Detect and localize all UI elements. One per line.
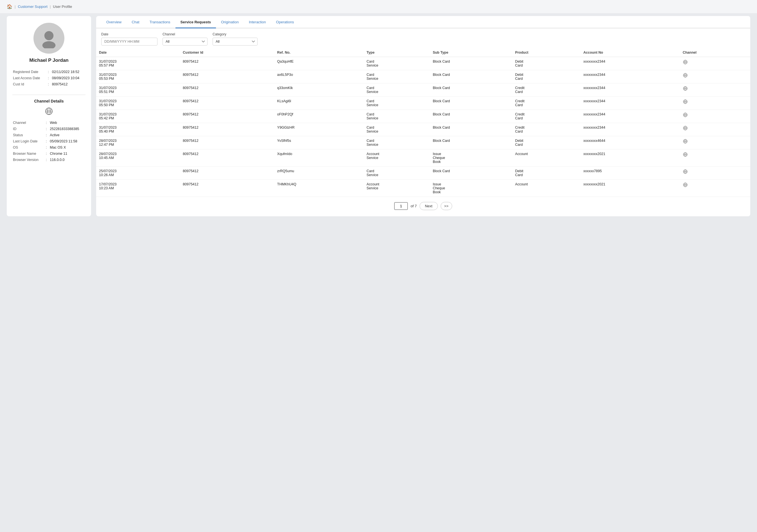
cell-4-5: Credit Card bbox=[512, 110, 581, 123]
svg-point-0 bbox=[45, 31, 53, 40]
cell-8-1: 80975412 bbox=[180, 167, 274, 180]
cell-4-2: oF0hP2Qf bbox=[274, 110, 364, 123]
cell-2-3: Card Service bbox=[364, 83, 430, 97]
channel-label: Channel bbox=[13, 120, 44, 126]
cell-0-4: Block Card bbox=[430, 57, 512, 70]
channel-details-title: Channel Details bbox=[13, 99, 85, 103]
cell-9-2: THMKhU4Q bbox=[274, 180, 364, 197]
channel-globe-cell[interactable] bbox=[680, 110, 750, 123]
cell-6-6: xxxxxxxx4644 bbox=[581, 136, 680, 150]
tab-chat[interactable]: Chat bbox=[127, 16, 144, 28]
col-type: Type bbox=[364, 48, 430, 57]
channel-globe-cell[interactable] bbox=[680, 123, 750, 136]
table-row: 28/07/2023 12:47 PM80975412YvSfhf5sCard … bbox=[96, 136, 750, 150]
cell-8-3: Card Service bbox=[364, 167, 430, 180]
cell-8-0: 25/07/2023 10:26 AM bbox=[96, 167, 180, 180]
col-product: Product bbox=[512, 48, 581, 57]
channel-globe-cell[interactable] bbox=[680, 136, 750, 150]
channel-globe-cell[interactable] bbox=[680, 70, 750, 83]
cell-7-4: Issue Cheque Book bbox=[430, 150, 512, 167]
cell-9-4: Issue Cheque Book bbox=[430, 180, 512, 197]
cell-6-4: Block Card bbox=[430, 136, 512, 150]
tab-operations[interactable]: Operations bbox=[271, 16, 299, 28]
cell-4-3: Card Service bbox=[364, 110, 430, 123]
browser-name-value: Chrome 11 bbox=[49, 151, 85, 157]
cell-0-1: 80975412 bbox=[180, 57, 274, 70]
cust-id-value: 80975412 bbox=[51, 81, 85, 87]
cell-9-5: Account bbox=[512, 180, 581, 197]
cell-4-6: xxxxxxxx2344 bbox=[581, 110, 680, 123]
next-button[interactable]: Next bbox=[420, 202, 438, 210]
last-access-label: Last Access Date bbox=[13, 75, 46, 81]
cell-6-3: Card Service bbox=[364, 136, 430, 150]
last-login-value: 05/09/2023 11:58 bbox=[49, 138, 85, 144]
cell-2-1: 80975412 bbox=[180, 83, 274, 97]
cell-1-6: xxxxxxxx2344 bbox=[581, 70, 680, 83]
cell-6-5: Debit Card bbox=[512, 136, 581, 150]
tab-interaction[interactable]: Interaction bbox=[244, 16, 271, 28]
table-row: 31/07/2023 05:53 PM80975412ax6L5P3oCard … bbox=[96, 70, 750, 83]
status-label: Status bbox=[13, 132, 44, 138]
channel-id-value: 252281833388385 bbox=[49, 126, 85, 132]
breadcrumb-customer-support[interactable]: Customer Support bbox=[18, 5, 47, 9]
browser-version-label: Browser Version bbox=[13, 157, 44, 163]
cell-7-2: XqufmIdo bbox=[274, 150, 364, 167]
home-icon[interactable]: 🏠 bbox=[7, 4, 13, 9]
channel-globe-cell[interactable] bbox=[680, 150, 750, 167]
page-number-input[interactable] bbox=[394, 202, 408, 210]
cell-8-2: zrRQ5umu bbox=[274, 167, 364, 180]
cell-1-4: Block Card bbox=[430, 70, 512, 83]
browser-name-label: Browser Name bbox=[13, 151, 44, 157]
cell-1-5: Debit Card bbox=[512, 70, 581, 83]
page-of-label: of 7 bbox=[410, 204, 417, 208]
tab-origination[interactable]: Origination bbox=[216, 16, 244, 28]
cell-8-5: Debit Card bbox=[512, 167, 581, 180]
cell-4-0: 31/07/2023 05:42 PM bbox=[96, 110, 180, 123]
cell-2-6: xxxxxxxx2344 bbox=[581, 83, 680, 97]
user-info-table: Registered Date : 02/11/2022 18:52 Last … bbox=[13, 69, 85, 87]
browser-version-value: 116.0.0.0 bbox=[49, 157, 85, 163]
tab-transactions[interactable]: Transactions bbox=[144, 16, 175, 28]
table-row: 25/07/2023 10:26 AM80975412zrRQ5umuCard … bbox=[96, 167, 750, 180]
col-ref-no: Ref. No. bbox=[274, 48, 364, 57]
cell-5-6: xxxxxxxx2344 bbox=[581, 123, 680, 136]
channel-globe-cell[interactable] bbox=[680, 83, 750, 97]
breadcrumb: 🏠 | Customer Support | User Profile bbox=[0, 0, 757, 13]
cell-3-0: 31/07/2023 05:50 PM bbox=[96, 97, 180, 110]
channel-globe-cell[interactable] bbox=[680, 167, 750, 180]
cell-7-3: Account Service bbox=[364, 150, 430, 167]
last-access-value: 08/09/2023 10:04 bbox=[51, 75, 85, 81]
category-filter-select[interactable]: All Card Service Account Service bbox=[213, 38, 257, 45]
date-filter-input[interactable] bbox=[101, 38, 158, 45]
cell-3-2: KLsAgi6l bbox=[274, 97, 364, 110]
tab-service-requests[interactable]: Service Requests bbox=[175, 16, 216, 28]
channel-filter-select[interactable]: All Web Mobile Branch bbox=[163, 38, 207, 45]
table-row: 31/07/2023 05:51 PM80975412q33omKlkCard … bbox=[96, 83, 750, 97]
cell-5-3: Card Service bbox=[364, 123, 430, 136]
next-next-button[interactable]: >> bbox=[440, 202, 452, 210]
table-row: 31/07/2023 05:42 PM80975412oF0hP2QfCard … bbox=[96, 110, 750, 123]
cell-2-0: 31/07/2023 05:51 PM bbox=[96, 83, 180, 97]
channel-info-table: Channel : Web ID : 252281833388385 Statu… bbox=[13, 120, 85, 163]
channel-globe-cell[interactable] bbox=[680, 57, 750, 70]
cell-3-3: Card Service bbox=[364, 97, 430, 110]
tab-overview[interactable]: Overview bbox=[101, 16, 127, 28]
cell-5-2: Y9GGlzHR bbox=[274, 123, 364, 136]
cell-1-1: 80975412 bbox=[180, 70, 274, 83]
table-row: 31/07/2023 05:50 PM80975412KLsAgi6lCard … bbox=[96, 97, 750, 110]
channel-globe-cell[interactable] bbox=[680, 180, 750, 197]
cell-2-4: Block Card bbox=[430, 83, 512, 97]
cust-id-label: Cust Id bbox=[13, 81, 46, 87]
tab-bar: Overview Chat Transactions Service Reque… bbox=[96, 16, 750, 28]
date-filter-label: Date bbox=[101, 32, 158, 36]
cell-0-3: Card Service bbox=[364, 57, 430, 70]
user-name: Michael P Jordan bbox=[29, 58, 69, 63]
col-account-no: Account No bbox=[581, 48, 680, 57]
channel-filter-group: Channel All Web Mobile Branch bbox=[163, 32, 207, 45]
channel-value: Web bbox=[49, 120, 85, 126]
divider bbox=[13, 95, 85, 95]
table-row: 31/07/2023 05:40 PM80975412Y9GGlzHRCard … bbox=[96, 123, 750, 136]
cell-7-0: 28/07/2023 10:45 AM bbox=[96, 150, 180, 167]
cell-4-4: Block Card bbox=[430, 110, 512, 123]
channel-globe-cell[interactable] bbox=[680, 97, 750, 110]
